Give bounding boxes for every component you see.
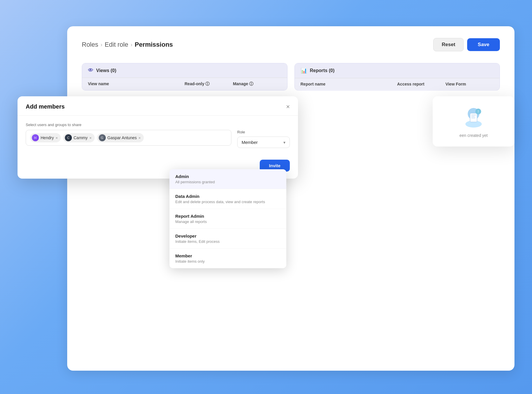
- dropdown-member-title: Member: [175, 253, 280, 258]
- svg-text:!: !: [478, 110, 479, 114]
- views-col-name: View name: [88, 81, 185, 87]
- breadcrumb-sep-1: ›: [100, 42, 102, 48]
- dropdown-item-member[interactable]: Member Initiate items only: [169, 249, 286, 268]
- svg-rect-4: [471, 116, 475, 117]
- illustration-caption: een created yet: [460, 133, 488, 138]
- empty-state-illustration: !: [462, 105, 485, 128]
- reports-col-name: Report name: [301, 82, 397, 86]
- avatar-hendry: H: [32, 134, 39, 141]
- role-value: Member: [242, 140, 258, 145]
- modal-instructions: Select users and groups to share: [26, 123, 290, 127]
- views-col-readonly: Read-only ⓘ: [185, 81, 233, 87]
- chart-icon: 📊: [301, 67, 307, 74]
- modal-body: Select users and groups to share H Hendr…: [18, 116, 298, 155]
- views-table-header: View name Read-only ⓘ Manage ⓘ: [82, 78, 287, 90]
- reports-panel-header: 📊 Reports (0): [295, 63, 500, 78]
- dropdown-admin-title: Admin: [175, 174, 280, 179]
- avatar-cammy: C: [65, 134, 72, 141]
- illustration-text-content: een created yet: [460, 133, 488, 138]
- reports-table-header: Report name Access report View Form: [295, 78, 500, 90]
- permissions-panels: 👁 Views (0) View name Read-only ⓘ Manage…: [82, 63, 500, 90]
- modal-input-row: H Hendry × C Cammy × G Gaspar Antunes ×: [26, 130, 290, 148]
- avatar-gaspar: G: [99, 134, 106, 141]
- dropdown-item-report-admin[interactable]: Report Admin Manage all reports: [169, 209, 286, 229]
- role-dropdown-menu: Admin All permissions granted Data Admin…: [169, 169, 286, 268]
- svg-rect-3: [471, 115, 476, 115]
- remove-gaspar-button[interactable]: ×: [138, 136, 141, 140]
- reset-button[interactable]: Reset: [433, 38, 464, 51]
- illustration-image: !: [462, 105, 485, 128]
- member-name-cammy: Cammy: [74, 135, 88, 140]
- illustration-area: ! een created yet: [433, 96, 514, 147]
- dropdown-admin-desc: All permissions granted: [175, 180, 280, 184]
- member-tag-hendry: H Hendry ×: [30, 133, 61, 142]
- member-tag-cammy: C Cammy ×: [63, 133, 95, 142]
- svg-rect-5: [471, 118, 475, 118]
- dropdown-data-admin-desc: Edit and delete process data, view and c…: [175, 200, 280, 204]
- member-tag-gaspar: G Gaspar Antunes ×: [97, 133, 144, 142]
- dropdown-item-data-admin[interactable]: Data Admin Edit and delete process data,…: [169, 189, 286, 209]
- dropdown-member-desc: Initiate items only: [175, 259, 280, 264]
- dropdown-developer-desc: Initiate items, Edit process: [175, 239, 280, 244]
- add-members-modal: Add members × Select users and groups to…: [18, 96, 298, 179]
- member-name-hendry: Hendry: [41, 135, 54, 140]
- role-label: Role: [237, 130, 290, 134]
- views-panel-header: 👁 Views (0): [82, 63, 287, 78]
- breadcrumb-permissions: Permissions: [135, 41, 173, 48]
- eye-icon: 👁: [88, 67, 93, 74]
- role-section: Role Member ▾: [237, 130, 290, 148]
- breadcrumb-actions: Reset Save: [433, 38, 500, 51]
- dropdown-developer-title: Developer: [175, 233, 280, 238]
- breadcrumb: Roles › Edit role › Permissions: [82, 41, 173, 48]
- reports-col-viewform: View Form: [446, 82, 494, 86]
- modal-close-button[interactable]: ×: [286, 104, 290, 110]
- remove-hendry-button[interactable]: ×: [56, 136, 58, 140]
- dropdown-report-admin-title: Report Admin: [175, 214, 280, 219]
- reports-col-access: Access report: [397, 82, 445, 86]
- breadcrumb-roles[interactable]: Roles: [82, 41, 98, 48]
- breadcrumb-sep-2: ›: [131, 42, 132, 48]
- save-button[interactable]: Save: [467, 38, 500, 51]
- reports-panel-title: Reports (0): [310, 68, 335, 73]
- modal-header: Add members ×: [18, 96, 298, 116]
- breadcrumb-row: Roles › Edit role › Permissions Reset Sa…: [82, 38, 500, 51]
- member-name-gaspar: Gaspar Antunes: [108, 135, 137, 140]
- views-col-manage: Manage ⓘ: [233, 81, 281, 87]
- dropdown-report-admin-desc: Manage all reports: [175, 219, 280, 224]
- dropdown-data-admin-title: Data Admin: [175, 194, 280, 199]
- breadcrumb-edit-role[interactable]: Edit role: [105, 41, 128, 48]
- permissions-panel: Roles › Edit role › Permissions Reset Sa…: [67, 26, 514, 371]
- members-input-area[interactable]: H Hendry × C Cammy × G Gaspar Antunes ×: [26, 130, 231, 146]
- role-select[interactable]: Member ▾: [237, 137, 290, 148]
- dropdown-item-admin[interactable]: Admin All permissions granted: [169, 169, 286, 189]
- views-panel-title: Views (0): [96, 68, 116, 73]
- views-panel: 👁 Views (0) View name Read-only ⓘ Manage…: [82, 63, 287, 90]
- remove-cammy-button[interactable]: ×: [89, 136, 92, 140]
- modal-title: Add members: [26, 103, 65, 110]
- dropdown-item-developer[interactable]: Developer Initiate items, Edit process: [169, 229, 286, 249]
- reports-panel: 📊 Reports (0) Report name Access report …: [294, 63, 500, 90]
- chevron-down-icon: ▾: [283, 140, 285, 145]
